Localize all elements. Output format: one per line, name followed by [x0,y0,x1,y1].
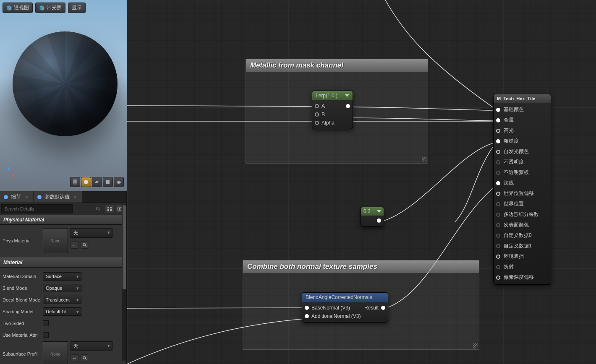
result-pin-label: 法线 [504,179,514,187]
result-pin[interactable] [496,118,500,122]
use-selected-button[interactable]: ← [71,241,79,249]
comment-metallic-title: Metallic from mask channel [246,59,428,72]
result-pin[interactable] [496,150,500,154]
result-pin[interactable] [496,255,500,259]
result-pin-row[interactable]: 自定义数据0 [496,230,548,241]
close-icon[interactable]: × [25,194,28,200]
resize-grip-icon[interactable] [473,343,478,348]
result-pin-label: 自定义数据0 [504,232,532,239]
result-pin-row[interactable]: 折射 [496,262,548,272]
material-viewport[interactable]: 透视图 带光照 显示 z x [0,0,127,191]
tab-param-defaults[interactable]: 参数默认值 × [34,191,82,203]
result-pin-row[interactable]: 世界位置 [496,199,548,209]
use-material-attr-checkbox[interactable] [43,332,49,338]
result-pin-row[interactable]: 高光 [496,125,548,136]
pin-alpha[interactable] [315,121,319,125]
result-pin[interactable] [496,171,500,175]
decal-blend-dropdown[interactable]: Translucent [43,296,81,304]
pin-result[interactable] [381,306,385,310]
result-pin[interactable] [496,276,500,280]
material-result-node[interactable]: M_Tech_Hex_Tile 基础颜色金属高光粗糙度自发光颜色不透明度不透明蒙… [493,94,551,285]
result-pin-label: 像素深度偏移 [504,274,534,281]
result-pin-row[interactable]: 粗糙度 [496,136,548,146]
phys-material-dropdown[interactable]: 无 [71,228,112,238]
svg-rect-4 [106,180,110,184]
result-pin-row[interactable]: 像素深度偏移 [496,272,548,283]
result-pin[interactable] [496,129,500,133]
svg-point-7 [37,195,42,199]
shape-mesh-button[interactable] [114,177,124,187]
blend-mode-label: Blend Mode [3,286,43,291]
search-input[interactable] [1,204,73,213]
section-material[interactable]: Material [0,257,126,268]
shape-cylinder-button[interactable] [70,177,80,187]
blend-normals-node[interactable]: BlendAngleCorrectedNormals BaseNormal (V… [302,292,388,322]
result-pin[interactable] [496,139,500,143]
result-pin-row[interactable]: 不透明蒙板 [496,167,548,178]
cube-icon [39,5,45,11]
result-pin-row[interactable]: 次表面颜色 [496,220,548,230]
pin-out[interactable] [346,104,350,108]
result-pin-label: 基础颜色 [504,106,524,113]
result-pin[interactable] [496,234,500,238]
scrollbar-thumb[interactable] [123,205,126,289]
cube-icon [105,179,111,185]
result-pin[interactable] [496,223,500,227]
material-domain-dropdown[interactable]: Surface [43,272,81,281]
result-pin-row[interactable]: 自定义数据1 [496,241,548,251]
pin-b[interactable] [315,112,319,117]
subsurface-thumb[interactable]: None [43,341,68,364]
use-selected-button[interactable]: ← [71,354,79,362]
resize-grip-icon[interactable] [422,157,427,162]
pin-a[interactable] [315,104,319,108]
viewport-toolbar: 透视图 带光照 显示 [3,3,86,13]
lerp-node[interactable]: Lerp(1,0,) A B Alpha [312,91,353,129]
result-pin-row[interactable]: 不透明度 [496,157,548,167]
shape-cube-button[interactable] [103,177,113,187]
pin-out[interactable] [377,218,381,223]
result-pin-row[interactable]: 基础颜色 [496,104,548,115]
blend-mode-dropdown[interactable]: Opaque [43,284,81,292]
result-pin-row[interactable]: 法线 [496,178,548,188]
pin-result-label: Result [364,305,379,311]
pin-basenormal[interactable] [305,306,309,310]
result-pin-row[interactable]: 环境遮挡 [496,251,548,262]
result-pin[interactable] [496,244,500,248]
result-pin-row[interactable]: 世界位置偏移 [496,188,548,199]
subsurface-dropdown[interactable]: 无 [71,341,112,351]
result-pin[interactable] [496,265,500,269]
lit-label: 带光照 [47,4,62,11]
shape-plane-button[interactable] [92,177,102,187]
search-row: ▾ [0,203,126,215]
result-pin[interactable] [496,160,500,164]
shading-model-dropdown[interactable]: Default Lit [43,307,81,316]
phys-material-thumb[interactable]: None [43,228,68,253]
result-pin[interactable] [496,181,500,185]
close-icon[interactable]: × [74,194,77,200]
show-button[interactable]: 显示 [68,3,86,13]
result-pin-row[interactable]: 多边形细分乘数 [496,209,548,220]
two-sided-checkbox[interactable] [43,320,49,326]
constant-node[interactable]: 0.3 [361,207,384,227]
browse-button[interactable] [81,354,89,362]
sphere-icon [83,179,89,185]
details-scrollbar[interactable] [122,205,126,361]
grid-view-button[interactable] [105,205,114,213]
section-physical-material[interactable]: Physical Material [0,215,126,225]
result-pin[interactable] [496,192,500,196]
result-pin[interactable] [496,202,500,206]
lit-button[interactable]: 带光照 [35,3,65,13]
result-pin[interactable] [496,213,500,217]
tab-details[interactable]: 细节 × [0,191,34,203]
perspective-button[interactable]: 透视图 [3,3,33,13]
browse-button[interactable] [81,241,89,249]
chevron-down-icon[interactable] [345,94,349,97]
shape-sphere-button[interactable] [81,177,91,187]
material-graph[interactable]: Metallic from mask channel Lerp(1,0,) A … [127,0,596,364]
result-pin[interactable] [496,108,500,112]
result-pin-row[interactable]: 金属 [496,115,548,125]
chevron-down-icon[interactable] [377,210,381,213]
result-pin-row[interactable]: 自发光颜色 [496,146,548,157]
result-pin-label: 次表面颜色 [504,221,529,229]
pin-additionalnormal[interactable] [305,314,309,318]
